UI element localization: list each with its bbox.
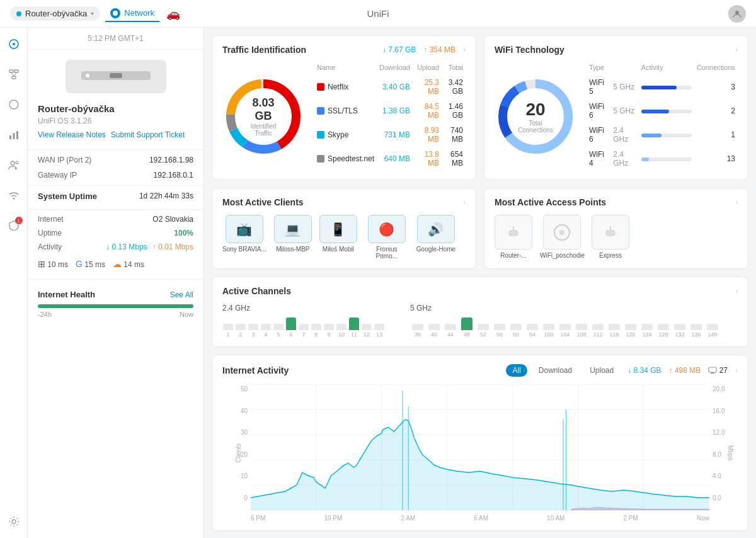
support-ticket-link[interactable]: Submit Support Ticket: [111, 130, 185, 139]
channel-item-5: 40: [427, 324, 442, 338]
wan-ip-label: WAN IP (Port 2): [38, 156, 91, 164]
release-notes-link[interactable]: View Release Notes: [38, 130, 106, 139]
sidebar-item-home[interactable]: [5, 35, 23, 53]
svg-rect-5: [14, 70, 18, 72]
svg-rect-4: [9, 70, 13, 72]
ap-item[interactable]: Express: [592, 215, 629, 259]
activity-title: Internet Activity: [222, 365, 289, 375]
gateway-value: 192.168.0.1: [154, 171, 193, 180]
vehicle-icon[interactable]: 🚗: [164, 5, 182, 23]
wifi-chevron[interactable]: ›: [735, 45, 738, 54]
channel-item: 12: [361, 324, 372, 338]
channels-card: Active Channels › 2.4 GHz 1 2 3 4 5 6 7 …: [212, 277, 748, 347]
ap-name: Express: [599, 252, 622, 259]
wifi-donut: 20 Total Connections: [495, 76, 576, 157]
svg-rect-18: [110, 73, 122, 78]
wifi-type: WiFi 6: [587, 99, 610, 123]
ap-img: [543, 215, 581, 249]
traffic-chevron[interactable]: ›: [463, 45, 466, 54]
ap-item[interactable]: WiFi_poschodie: [540, 215, 584, 259]
wifi-activity: [639, 75, 694, 99]
wifi-activity: [639, 99, 694, 123]
channel-item: 1: [222, 324, 234, 338]
traffic-download: 640 MB: [377, 147, 413, 171]
wifi-col-activity: Activity: [639, 62, 694, 75]
sidebar-item-clients[interactable]: [5, 96, 23, 113]
app-title: UniFi: [367, 8, 389, 19]
channel-item: 8: [311, 324, 322, 338]
wifi-row: WiFi 5 5 GHz 3: [587, 75, 738, 99]
wifi-type: WiFi 6: [587, 123, 610, 147]
wifi-total-count: 20: [515, 100, 556, 120]
traffic-total: 740 MB: [442, 123, 466, 147]
google-ping: G 15 ms: [76, 259, 105, 269]
sidebar-item-settings[interactable]: [5, 513, 23, 530]
ap-chevron[interactable]: ›: [735, 198, 738, 207]
ap-title: Most Active Access Points: [495, 197, 606, 207]
router-chip[interactable]: Router-obývačka ▾: [10, 6, 100, 21]
sidebar-item-security[interactable]: 1: [5, 217, 23, 234]
activity-up: ↑ 0.01 Mbps: [152, 243, 193, 251]
client-img: 🔴: [368, 215, 406, 243]
client-item[interactable]: 🔊 Google-Home: [416, 215, 455, 260]
channel-item-5: 108: [574, 324, 589, 338]
client-img: 🔊: [417, 215, 455, 243]
ap-item[interactable]: Router-...: [495, 215, 532, 259]
client-item[interactable]: 🔴 Fronius Primo...: [365, 215, 409, 260]
activity-tab-upload[interactable]: Upload: [583, 364, 620, 377]
wifi-total-label: Total Connections: [515, 120, 556, 134]
activity-tab-download[interactable]: Download: [532, 364, 578, 377]
chevron-down-icon: ▾: [91, 10, 94, 17]
activity-devices: 27: [708, 366, 728, 375]
wifi-row: WiFi 6 2.4 GHz 1: [587, 123, 738, 147]
topbar-right: [728, 5, 746, 23]
client-img: 💻: [274, 215, 312, 243]
clients-chevron[interactable]: ›: [463, 198, 466, 207]
channel-item-5: 52: [476, 324, 491, 338]
traffic-download: 3.40 GB: [377, 75, 413, 99]
sidebar-item-wireless[interactable]: [5, 186, 23, 204]
traffic-total: 3.42 GB: [442, 75, 466, 99]
svg-point-1: [735, 11, 739, 14]
traffic-card: Traffic Identification ↓ 7.67 GB ↑ 354 M…: [212, 35, 476, 180]
health-see-all[interactable]: See All: [170, 290, 193, 299]
client-name: Sony BRAVIA...: [222, 246, 266, 253]
channel-item-5: 48: [459, 318, 474, 338]
channel-item: 10: [336, 324, 347, 338]
ap-header: Most Active Access Points ›: [495, 197, 738, 207]
wifi-band: 2.4 GHz: [610, 123, 639, 147]
sidebar-item-topology[interactable]: [5, 66, 23, 83]
clients-header: Most Active Clients ›: [222, 197, 466, 207]
traffic-app-name: SSL/TLS: [314, 99, 377, 123]
uptime2-value: 100%: [174, 229, 193, 238]
client-item[interactable]: 📺 Sony BRAVIA...: [222, 215, 266, 260]
wifi-connections: 1: [694, 123, 738, 147]
sidebar-item-stats[interactable]: [5, 126, 23, 144]
wifi-connections: 13: [694, 147, 738, 171]
channels-content: 2.4 GHz 1 2 3 4 5 6 7 8 9 10 11 12 13 5 …: [222, 304, 738, 338]
traffic-app-name: Skype: [314, 123, 377, 147]
activity-tabs: AllDownloadUpload: [506, 364, 620, 377]
sidebar-item-users[interactable]: [5, 156, 23, 174]
donut-gb: 8.03 GB: [243, 96, 284, 123]
client-item[interactable]: 📱 Miloš Mobil: [319, 215, 357, 260]
channel-item-5: 140: [705, 324, 720, 338]
clients-title: Most Active Clients: [222, 197, 304, 207]
svg-point-3: [13, 43, 15, 45]
nav-network-label: Network: [124, 8, 154, 18]
col-name: Name: [314, 62, 377, 75]
channels-chevron[interactable]: ›: [735, 287, 738, 295]
device-img-box: [66, 60, 166, 93]
activity-label: Activity: [38, 243, 62, 251]
activity-down: ↓ 0.13 Mbps: [106, 243, 147, 251]
client-item[interactable]: 💻 Miloss-MBP: [274, 215, 312, 260]
wifi-title: WiFi Technology: [495, 45, 564, 55]
activity-tab-all[interactable]: All: [506, 364, 527, 377]
activity-chevron[interactable]: ›: [735, 366, 738, 375]
user-avatar[interactable]: [728, 5, 746, 23]
activity-upload-stat: ↑ 498 MB: [669, 366, 701, 375]
activity-header: Internet Activity AllDownloadUpload ↓ 8.…: [222, 364, 738, 377]
nav-network[interactable]: Network: [105, 6, 159, 22]
wifi-band: 5 GHz: [610, 75, 639, 99]
activity-stats: AllDownloadUpload ↓ 8.34 GB ↑ 498 MB 27 …: [506, 364, 738, 377]
